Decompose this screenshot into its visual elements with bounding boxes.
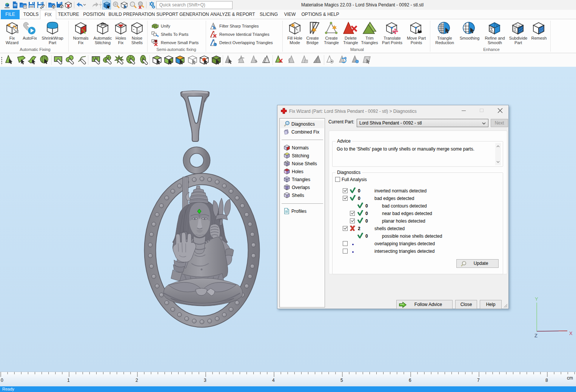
svg-text:Y: Y [535, 296, 538, 302]
svg-text:X: X [569, 331, 573, 336]
svg-text:Z: Z [534, 333, 537, 338]
